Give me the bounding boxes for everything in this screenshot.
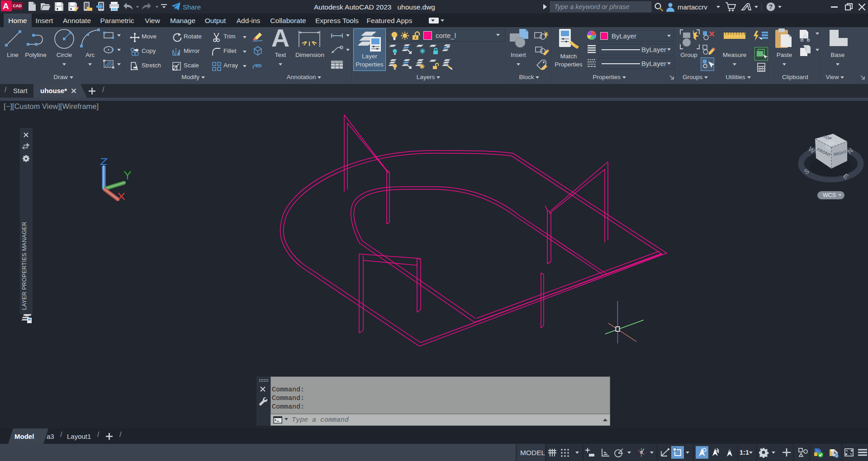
svg-text:WCS: WCS	[823, 192, 836, 198]
svg-text:?: ?	[769, 3, 773, 10]
